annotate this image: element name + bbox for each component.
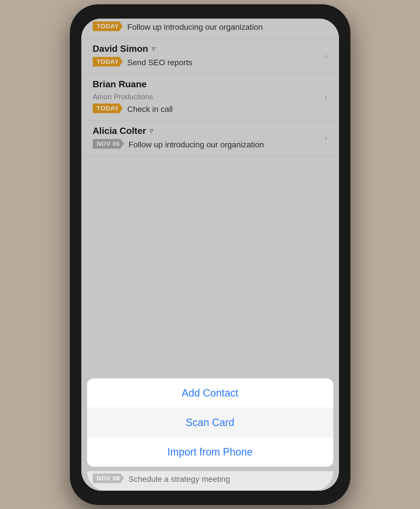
import-phone-button[interactable]: Import from Phone — [87, 437, 333, 467]
import-phone-label: Import from Phone — [167, 446, 253, 458]
scan-card-label: Scan Card — [186, 417, 234, 428]
phone-frame: TODAY Follow up introducing our organiza… — [70, 4, 350, 505]
action-sheet-group: Add Contact Scan Card Import from Phone — [87, 379, 333, 467]
scan-card-button[interactable]: Scan Card — [87, 408, 333, 437]
tag-date-bottom: NOV 08 — [93, 474, 124, 483]
add-contact-label: Add Contact — [182, 387, 238, 399]
contacts-list: TODAY Follow up introducing our organiza… — [81, 19, 339, 491]
action-sheet-overlay: Add Contact Scan Card Import from Phone — [81, 19, 339, 491]
add-contact-button[interactable]: Add Contact — [87, 379, 333, 408]
action-sheet: Add Contact Scan Card Import from Phone — [81, 379, 339, 491]
task-bottom: Schedule a strategy meeting — [129, 475, 230, 484]
phone-screen: TODAY Follow up introducing our organiza… — [81, 19, 339, 491]
